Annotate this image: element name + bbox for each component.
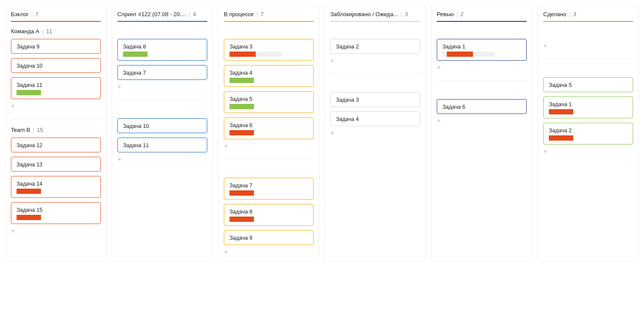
card[interactable]: Задача 2 [543,123,633,145]
cards-list: Задача 3Задача 4 [330,92,420,126]
swimlane-divider [11,119,101,120]
add-card-button[interactable]: + [437,117,527,124]
card-title: Задача 8 [123,44,202,50]
column-separator: | [189,11,190,17]
swimlane-teamA: Задача 1+ [437,22,527,82]
column-done: Сделано|3 + Задача 5Задача 1Задача 2+ [538,5,639,261]
cards-list: Задача 12Задача 13Задача 14Задача 15 [11,138,101,224]
card[interactable]: Задача 11 [11,77,101,99]
column-backlog: Бэклог|7Команда А|11Задача 9Задача 10Зад… [5,5,106,261]
card[interactable]: Задача 5 [543,77,633,92]
column-separator: | [31,11,33,17]
card-title: Задача 1 [549,101,627,107]
add-card-button[interactable]: + [11,227,101,234]
card[interactable]: Задача 9 [224,230,314,245]
card[interactable]: Задача 14 [11,176,101,198]
column-separator: | [456,11,458,17]
column-title: Сделано [543,11,566,17]
swimlane-teamB: Team B|15Задача 12Задача 13Задача 14Зада… [11,121,101,234]
card-title: Задача 10 [17,63,95,69]
card[interactable]: Задача 3 [330,92,420,107]
add-card-button[interactable]: + [117,83,207,90]
status-bar [123,52,147,57]
card-title: Задача 15 [17,207,95,213]
add-card-button[interactable]: + [117,156,207,163]
card-title: Задача 14 [17,181,95,187]
card[interactable]: Задача 7 [117,65,207,80]
swimlane-teamB: Задача 10Задача 11+ [117,101,207,163]
card[interactable]: Задача 10 [11,58,101,73]
swimlane-header-teamA: Команда А|11 [11,28,101,34]
cards-list: Задача 3Задача 4Задача 5Задача 6 [224,39,314,139]
card[interactable]: Задача 11 [117,138,207,152]
swimlane-divider [330,74,420,74]
progress-track [230,52,282,57]
card[interactable]: Задача 7 [224,178,314,200]
kanban-board: Бэклог|7Команда А|11Задача 9Задача 10Зад… [5,5,639,261]
card-title: Задача 3 [230,44,308,50]
card[interactable]: Задача 5 [224,91,314,113]
card[interactable]: Задача 8 [224,204,314,226]
status-bar [230,78,254,83]
swimlane-teamA: Задача 8Задача 7+ [117,22,207,101]
add-card-button[interactable]: + [330,130,420,137]
add-card-button[interactable]: + [224,248,314,255]
column-count: 3 [405,11,408,17]
status-bar [17,189,41,194]
swimlane-teamB: Задача 6+ [437,82,527,124]
card[interactable]: Задача 6 [224,117,314,139]
progress-bar [447,52,473,57]
column-title: В процессе [224,11,254,17]
card[interactable]: Задача 4 [330,111,420,126]
card[interactable]: Задача 8 [117,39,207,61]
add-card-button[interactable]: + [11,103,101,110]
cards-list: Задача 2 [330,39,420,54]
cards-list: Задача 1 [437,39,527,61]
card-title: Задача 4 [336,116,414,122]
card[interactable]: Задача 9 [11,39,101,54]
column-header-progress: В процессе|7 [224,11,314,22]
column-progress: В процессе|7 Задача 3Задача 4Задача 5Зад… [218,5,319,261]
status-bar [230,130,254,135]
card-title: Задача 8 [230,209,308,215]
card[interactable]: Задача 10 [117,118,207,133]
swimlane-teamA: Команда А|11Задача 9Задача 10Задача 11+ [11,22,101,121]
card[interactable]: Задача 4 [224,65,314,87]
column-count: 7 [35,11,38,17]
status-bar [17,215,41,220]
add-card-button[interactable]: + [543,42,633,49]
card-title: Задача 10 [123,123,202,129]
card[interactable]: Задача 2 [330,39,420,54]
card[interactable]: Задача 12 [11,138,101,152]
swimlane-teamA: + [543,22,633,60]
column-header-sprint: Спринт #122 (07.08 - 20....|4 [117,11,207,22]
status-bar [230,217,254,222]
card-title: Задача 6 [442,104,521,110]
column-count: 4 [193,11,196,17]
column-header-review: Ревью|2 [437,11,527,22]
card-title: Задача 11 [123,142,202,148]
cards-list: Задача 7Задача 8Задача 9 [224,178,314,245]
swimlane-separator: | [33,127,34,133]
card-title: Задача 3 [336,97,414,103]
swimlane-count: 11 [46,28,52,34]
card[interactable]: Задача 1 [437,39,527,61]
status-bar [549,135,573,141]
card[interactable]: Задача 13 [11,157,101,172]
status-bar [230,190,254,196]
card[interactable]: Задача 6 [437,99,527,114]
add-card-button[interactable]: + [437,64,527,71]
add-card-button[interactable]: + [330,57,420,64]
column-separator: | [569,11,570,17]
add-card-button[interactable]: + [543,148,633,155]
card[interactable]: Задача 1 [543,97,633,118]
card-title: Задача 11 [17,82,95,88]
swimlane-divider [224,159,314,160]
column-count: 2 [460,11,463,17]
swimlane-teamB: Задача 7Задача 8Задача 9+ [224,161,314,255]
column-header-blocked: Заблокировано / Ожида...|3 [330,11,420,22]
add-card-button[interactable]: + [224,143,314,150]
card[interactable]: Задача 3 [224,39,314,61]
card[interactable]: Задача 15 [11,202,101,224]
swimlane-teamA: Задача 3Задача 4Задача 5Задача 6+ [224,22,314,161]
